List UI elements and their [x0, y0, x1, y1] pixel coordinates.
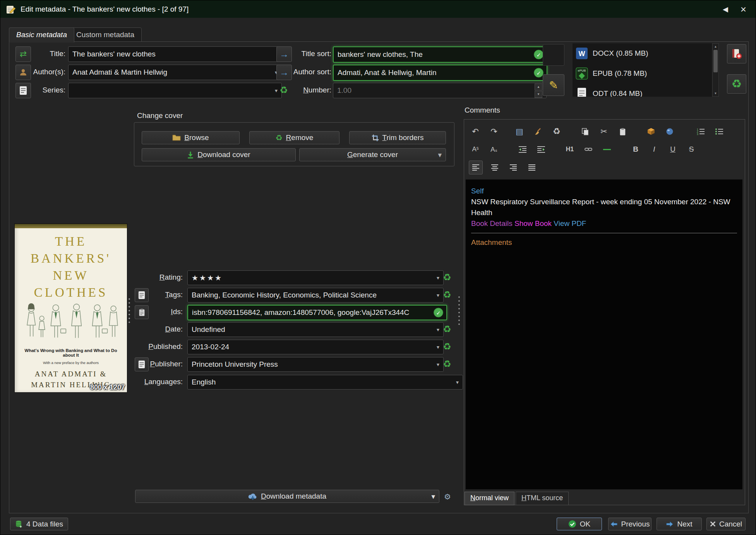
underline-icon[interactable]: U: [666, 143, 679, 156]
cancel-button[interactable]: Cancel: [706, 518, 746, 530]
publisher-combo[interactable]: Princeton University Press ▾: [187, 357, 444, 372]
clear-publisher-button[interactable]: ♻: [440, 357, 454, 371]
date-combo[interactable]: Undefined ▾: [187, 322, 444, 337]
cover-from-format-button[interactable]: [543, 44, 564, 66]
download-icon: [187, 151, 194, 159]
horizontal-rule-icon[interactable]: [600, 143, 614, 156]
spinner-buttons[interactable]: ▲ ▼: [535, 84, 542, 98]
configure-metadata-download-button[interactable]: ⚙: [442, 491, 453, 503]
broom-icon[interactable]: [531, 125, 545, 138]
rating-dropdown-icon[interactable]: ▾: [437, 275, 439, 281]
clipboard-icon[interactable]: [616, 125, 629, 138]
scissors-icon[interactable]: ✂: [597, 125, 610, 138]
self-link[interactable]: Self: [471, 187, 484, 195]
show-book-link[interactable]: Show Book: [514, 219, 552, 227]
spin-down-icon[interactable]: ▼: [535, 91, 542, 98]
generate-cover-dropdown-icon[interactable]: ▾: [438, 150, 442, 159]
series-combo[interactable]: ▾: [68, 83, 282, 98]
format-row-docx[interactable]: W DOCX (0.85 MB): [573, 43, 712, 63]
book-details-link[interactable]: Book Details: [471, 219, 513, 227]
date-dropdown-icon[interactable]: ▾: [437, 326, 439, 333]
color-cube-icon[interactable]: [645, 125, 658, 138]
author-sort-label: Author sort:: [289, 65, 331, 79]
ids-input[interactable]: isbn:9780691156842, amazon:1480577006, g…: [187, 305, 447, 320]
copy-icon[interactable]: [579, 125, 592, 138]
titlebar-back-icon[interactable]: ◀: [719, 5, 732, 14]
formats-scrollbar[interactable]: ▲ ▼: [712, 43, 719, 97]
ok-button[interactable]: OK: [557, 518, 602, 530]
download-metadata-button[interactable]: Download metadata ▾: [135, 490, 439, 503]
title-sort-input[interactable]: bankers' new clothes, The ✓: [333, 46, 547, 63]
rating-combo[interactable]: ★★★★ ▾: [187, 270, 444, 285]
left-splitter-handle[interactable]: [128, 297, 131, 324]
tags-dropdown-icon[interactable]: ▾: [437, 292, 439, 298]
clear-published-button[interactable]: ♻: [440, 340, 454, 354]
recycle-icon[interactable]: ♻: [550, 125, 563, 138]
scroll-down-icon[interactable]: ▼: [713, 91, 718, 96]
numbered-list-icon[interactable]: 123: [694, 125, 707, 138]
clear-rating-button[interactable]: ♻: [440, 270, 454, 284]
download-metadata-dropdown-icon[interactable]: ▾: [431, 492, 435, 501]
publisher-dropdown-icon[interactable]: ▾: [437, 361, 439, 367]
subscript-icon[interactable]: Aₛ: [487, 143, 501, 156]
tab-html-source[interactable]: HTML source: [516, 492, 569, 505]
align-center-icon[interactable]: [488, 161, 501, 174]
comments-content[interactable]: Self NSW Respiratory Surveillance Report…: [466, 179, 742, 489]
authors-combo[interactable]: Anat Admati & Martin Hellwig ▾: [68, 65, 282, 80]
author-sort-input[interactable]: Admati, Anat & Hellwig, Martin ✓: [333, 65, 547, 81]
languages-dropdown-icon[interactable]: ▾: [456, 379, 459, 385]
clear-date-button[interactable]: ♻: [440, 322, 454, 336]
generate-cover-button[interactable]: Generate cover ▾: [299, 148, 446, 161]
download-cover-button[interactable]: Download cover: [142, 148, 296, 161]
align-left-icon[interactable]: [469, 161, 483, 174]
spin-up-icon[interactable]: ▲: [535, 84, 542, 91]
remove-cover-button[interactable]: ♻ Remove: [249, 131, 339, 144]
scroll-up-icon[interactable]: ▲: [713, 44, 718, 50]
sphere-icon[interactable]: [663, 125, 676, 138]
superscript-icon[interactable]: Aˢ: [469, 143, 482, 156]
browse-cover-button[interactable]: Browse: [142, 131, 240, 144]
redo-icon[interactable]: ↷: [487, 125, 501, 138]
series-number-spinner[interactable]: 1.00 ▲ ▼: [333, 83, 547, 98]
clear-tags-button[interactable]: ♻: [440, 288, 454, 302]
data-files-button[interactable]: 4 Data files: [10, 518, 68, 530]
outdent-icon[interactable]: [516, 143, 529, 156]
published-combo[interactable]: 2013-02-24 ▾: [187, 340, 444, 354]
tab-custom-metadata[interactable]: Custom metadata: [69, 27, 142, 43]
titlebar-close-icon[interactable]: ×: [737, 4, 750, 14]
format-row-odt[interactable]: ODT (0.84 MB): [573, 84, 712, 97]
format-row-epub[interactable]: ePUB EPUB (0.78 MB): [573, 63, 712, 84]
swap-title-author-button[interactable]: ⇄: [15, 46, 31, 62]
add-format-button[interactable]: [727, 44, 746, 63]
published-dropdown-icon[interactable]: ▾: [437, 344, 439, 350]
italic-icon[interactable]: I: [648, 143, 661, 156]
title-sort-label: Title sort:: [289, 46, 331, 61]
manage-series-button[interactable]: [15, 83, 31, 98]
scrollbar-thumb[interactable]: [713, 50, 718, 72]
cover-illustration: [15, 303, 127, 346]
bullet-list-icon[interactable]: [713, 125, 726, 138]
previous-button[interactable]: Previous: [608, 518, 651, 530]
remove-format-button[interactable]: ♻: [727, 74, 746, 94]
trim-borders-button[interactable]: Trim borders: [349, 131, 446, 144]
link-icon[interactable]: [582, 143, 595, 156]
comments-splitter-handle[interactable]: [458, 295, 461, 326]
next-button[interactable]: Next: [657, 518, 702, 530]
align-right-icon[interactable]: [507, 161, 520, 174]
align-justify-icon[interactable]: [525, 161, 538, 174]
undo-icon[interactable]: ↶: [469, 125, 482, 138]
document-icon[interactable]: ▤: [513, 125, 526, 138]
cover-image[interactable]: THE BANKERS' NEW CLOTHES: [14, 224, 127, 393]
view-pdf-link[interactable]: View PDF: [554, 219, 586, 227]
indent-icon[interactable]: [535, 143, 548, 156]
languages-combo[interactable]: English ▾: [187, 375, 463, 390]
manage-authors-button[interactable]: [15, 65, 31, 80]
tags-combo[interactable]: Banking, Economic History, Economics, Po…: [187, 288, 444, 303]
bold-icon[interactable]: B: [629, 143, 642, 156]
heading-icon[interactable]: H1: [563, 143, 576, 156]
tab-normal-view[interactable]: Normal view: [465, 492, 514, 505]
strikethrough-icon[interactable]: S: [685, 143, 698, 156]
edit-formats-button[interactable]: ✎: [543, 74, 564, 96]
title-input[interactable]: The bankers' new clothes: [68, 46, 282, 62]
tab-basic-metadata[interactable]: Basic metadata: [9, 27, 74, 43]
